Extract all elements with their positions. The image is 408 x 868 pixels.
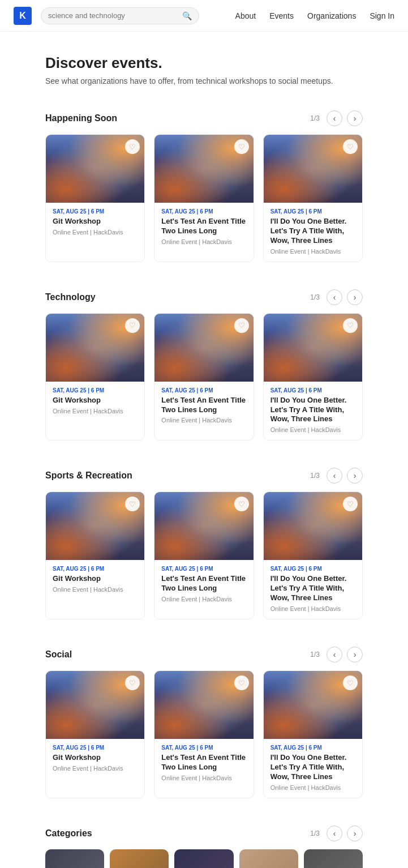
section-technology: Technology 1/3 ‹ › ♡ SAT, AUG 25 | 6 PM … bbox=[0, 276, 408, 455]
favorite-btn[interactable]: ♡ bbox=[343, 139, 358, 154]
card-title: I'll Do You One Better. Let's Try A Titl… bbox=[270, 217, 355, 246]
card-title: I'll Do You One Better. Let's Try A Titl… bbox=[270, 753, 355, 782]
category-bg-science: Science bbox=[174, 849, 233, 868]
nav-events[interactable]: Events bbox=[269, 11, 294, 20]
favorite-btn[interactable]: ♡ bbox=[343, 675, 358, 690]
favorite-btn[interactable]: ♡ bbox=[234, 675, 249, 690]
card-image: ♡ bbox=[46, 492, 144, 560]
navbar: K 🔍 About Events Organizations Sign In bbox=[0, 0, 408, 32]
event-card[interactable]: ♡ SAT, AUG 25 | 6 PM Git Workshop Online… bbox=[45, 313, 145, 441]
card-date: SAT, AUG 25 | 6 PM bbox=[161, 745, 246, 751]
favorite-btn[interactable]: ♡ bbox=[234, 318, 249, 333]
event-card[interactable]: ♡ SAT, AUG 25 | 6 PM I'll Do You One Bet… bbox=[263, 313, 363, 441]
cards-row-sports: ♡ SAT, AUG 25 | 6 PM Git Workshop Online… bbox=[45, 491, 363, 619]
page-indicator-categories: 1/3 bbox=[310, 829, 320, 837]
section-sports: Sports & Recreation 1/3 ‹ › ♡ SAT, AUG 2… bbox=[0, 454, 408, 633]
prev-btn-categories[interactable]: ‹ bbox=[327, 826, 342, 841]
card-image: ♡ bbox=[46, 135, 144, 203]
category-card-science[interactable]: Science bbox=[174, 849, 233, 868]
card-date: SAT, AUG 25 | 6 PM bbox=[53, 208, 138, 215]
card-sub: Online Event | HackDavis bbox=[161, 596, 246, 602]
card-sub: Online Event | HackDavis bbox=[53, 765, 138, 772]
search-icon: 🔍 bbox=[182, 11, 192, 20]
card-body: SAT, AUG 25 | 6 PM Let's Test An Event T… bbox=[154, 203, 253, 252]
categories-row: Technology Sports & Recreation Science S… bbox=[45, 849, 363, 868]
section-title-sports: Sports & Recreation bbox=[45, 471, 310, 481]
event-card[interactable]: ♡ SAT, AUG 25 | 6 PM Git Workshop Online… bbox=[45, 491, 145, 619]
event-card[interactable]: ♡ SAT, AUG 25 | 6 PM Let's Test An Event… bbox=[154, 313, 254, 441]
next-btn-sports[interactable]: › bbox=[347, 468, 363, 484]
event-card[interactable]: ♡ SAT, AUG 25 | 6 PM I'll Do You One Bet… bbox=[263, 670, 363, 798]
card-date: SAT, AUG 25 | 6 PM bbox=[161, 387, 246, 394]
event-card[interactable]: ♡ SAT, AUG 25 | 6 PM Git Workshop Online… bbox=[45, 670, 145, 798]
event-card[interactable]: ♡ SAT, AUG 25 | 6 PM Let's Test An Event… bbox=[154, 134, 254, 262]
card-title: Let's Test An Event Title Two Lines Long bbox=[161, 753, 246, 772]
event-card[interactable]: ♡ SAT, AUG 25 | 6 PM I'll Do You One Bet… bbox=[263, 134, 363, 262]
cards-row-social: ♡ SAT, AUG 25 | 6 PM Git Workshop Online… bbox=[45, 670, 363, 798]
card-body: SAT, AUG 25 | 6 PM Let's Test An Event T… bbox=[154, 739, 253, 788]
nav-organizations[interactable]: Organizations bbox=[307, 11, 356, 20]
prev-btn-technology[interactable]: ‹ bbox=[327, 289, 342, 305]
card-title: Git Workshop bbox=[53, 217, 138, 226]
next-btn-social[interactable]: › bbox=[347, 647, 363, 662]
section-nav-technology: 1/3 ‹ › bbox=[310, 289, 363, 305]
next-btn-happening[interactable]: › bbox=[347, 110, 363, 126]
card-date: SAT, AUG 25 | 6 PM bbox=[270, 387, 355, 394]
card-title: I'll Do You One Better. Let's Try A Titl… bbox=[270, 574, 355, 603]
card-sub: Online Event | HackDavis bbox=[53, 586, 138, 593]
cards-row-technology: ♡ SAT, AUG 25 | 6 PM Git Workshop Online… bbox=[45, 313, 363, 441]
card-image: ♡ bbox=[264, 135, 362, 203]
card-image: ♡ bbox=[154, 314, 253, 382]
section-header-categories: Categories 1/3 ‹ › bbox=[45, 826, 363, 841]
card-body: SAT, AUG 25 | 6 PM Git Workshop Online E… bbox=[46, 739, 144, 779]
category-card-social[interactable]: Social bbox=[239, 849, 298, 868]
category-card-technology[interactable]: Technology bbox=[45, 849, 104, 868]
event-card[interactable]: ♡ SAT, AUG 25 | 6 PM Let's Test An Event… bbox=[154, 670, 254, 798]
favorite-btn[interactable]: ♡ bbox=[343, 318, 358, 333]
prev-btn-happening[interactable]: ‹ bbox=[327, 110, 342, 126]
card-sub: Online Event | HackDavis bbox=[53, 229, 138, 236]
card-image: ♡ bbox=[154, 135, 253, 203]
card-sub: Online Event | HackDavis bbox=[270, 605, 355, 612]
category-card-professional[interactable]: Professional Development bbox=[304, 849, 363, 868]
hero-subtitle: See what organizations have to offer, fr… bbox=[45, 76, 363, 85]
section-title-categories: Categories bbox=[45, 828, 310, 839]
page-indicator-happening: 1/3 bbox=[310, 114, 320, 122]
favorite-btn[interactable]: ♡ bbox=[234, 497, 249, 511]
section-nav-categories: 1/3 ‹ › bbox=[310, 826, 363, 841]
next-btn-categories[interactable]: › bbox=[347, 826, 363, 841]
cards-row-happening: ♡ SAT, AUG 25 | 6 PM Git Workshop Online… bbox=[45, 134, 363, 262]
nav-links: About Events Organizations Sign In bbox=[235, 11, 394, 20]
prev-btn-social[interactable]: ‹ bbox=[327, 647, 342, 662]
prev-btn-sports[interactable]: ‹ bbox=[327, 468, 342, 484]
search-input[interactable] bbox=[48, 11, 180, 20]
event-card[interactable]: ♡ SAT, AUG 25 | 6 PM Let's Test An Event… bbox=[154, 491, 254, 619]
card-body: SAT, AUG 25 | 6 PM I'll Do You One Bette… bbox=[264, 203, 362, 262]
card-image: ♡ bbox=[264, 671, 362, 739]
hero-title: Discover events. bbox=[45, 54, 363, 72]
card-body: SAT, AUG 25 | 6 PM Git Workshop Online E… bbox=[46, 203, 144, 242]
card-image: ♡ bbox=[264, 314, 362, 382]
hero-section: Discover events. See what organizations … bbox=[0, 32, 408, 97]
category-card-sports[interactable]: Sports & Recreation bbox=[110, 849, 169, 868]
section-title-social: Social bbox=[45, 649, 310, 660]
card-image: ♡ bbox=[46, 671, 144, 739]
card-date: SAT, AUG 25 | 6 PM bbox=[53, 566, 138, 572]
event-card[interactable]: ♡ SAT, AUG 25 | 6 PM I'll Do You One Bet… bbox=[263, 491, 363, 619]
card-body: SAT, AUG 25 | 6 PM Let's Test An Event T… bbox=[154, 382, 253, 431]
card-sub: Online Event | HackDavis bbox=[161, 775, 246, 781]
card-date: SAT, AUG 25 | 6 PM bbox=[161, 208, 246, 215]
card-date: SAT, AUG 25 | 6 PM bbox=[270, 566, 355, 572]
nav-signin[interactable]: Sign In bbox=[370, 11, 394, 20]
card-date: SAT, AUG 25 | 6 PM bbox=[270, 208, 355, 215]
next-btn-technology[interactable]: › bbox=[347, 289, 363, 305]
search-container: 🔍 bbox=[41, 7, 199, 24]
favorite-btn[interactable]: ♡ bbox=[125, 318, 140, 333]
section-categories: Categories 1/3 ‹ › Technology Sports & R… bbox=[0, 812, 408, 868]
card-body: SAT, AUG 25 | 6 PM Let's Test An Event T… bbox=[154, 560, 253, 609]
card-sub: Online Event | HackDavis bbox=[161, 417, 246, 424]
nav-about[interactable]: About bbox=[235, 11, 256, 20]
favorite-btn[interactable]: ♡ bbox=[234, 139, 249, 154]
nav-logo[interactable]: K bbox=[14, 7, 32, 25]
event-card[interactable]: ♡ SAT, AUG 25 | 6 PM Git Workshop Online… bbox=[45, 134, 145, 262]
